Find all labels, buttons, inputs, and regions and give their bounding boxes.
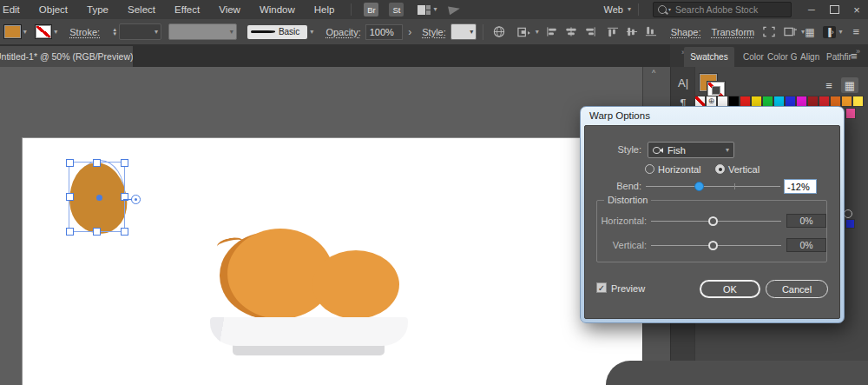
list-view-icon[interactable]: ≡ — [821, 78, 837, 92]
warp-style-dropdown[interactable]: Fish ▾ — [648, 142, 734, 158]
plate-shape[interactable] — [210, 317, 408, 346]
swatch-blue-clipped[interactable] — [845, 219, 855, 229]
style-field-label: Style: — [585, 144, 641, 155]
rotate-widget-handle[interactable] — [131, 195, 141, 204]
align-right-icon[interactable] — [584, 26, 596, 37]
selection-handle[interactable] — [121, 159, 128, 167]
bend-slider-zero-tick — [734, 183, 735, 189]
selection-handle[interactable] — [93, 159, 101, 167]
document-tab[interactable]: Untitled-1* @ 50% (RGB/Preview) × — [0, 46, 133, 67]
bend-slider-thumb[interactable] — [694, 182, 704, 191]
minimize-button[interactable]: ─ — [802, 3, 821, 17]
preview-checkbox[interactable]: ✓ — [596, 282, 607, 293]
stroke-weight-dropdown[interactable]: ▾ — [119, 23, 161, 40]
floating-panel-corner — [606, 361, 868, 385]
distortion-vertical-value[interactable]: 0% — [786, 238, 826, 252]
brushes-button[interactable]: Br — [364, 3, 378, 17]
menu-edit[interactable]: Edit — [0, 4, 30, 15]
menu-object[interactable]: Object — [30, 4, 77, 15]
app-grid-icon[interactable]: ▦ — [805, 26, 814, 38]
chevron-down-icon[interactable]: ▾ — [310, 29, 313, 36]
tab-align[interactable]: Align — [800, 47, 824, 67]
shape-label[interactable]: Shape: — [671, 27, 701, 37]
brush-definition-dropdown[interactable]: Basic — [247, 25, 307, 39]
artboard-tools-icon[interactable] — [784, 26, 798, 37]
document-layout-icon[interactable] — [418, 5, 431, 15]
menu-type[interactable]: Type — [77, 4, 118, 15]
menu-help[interactable]: Help — [305, 4, 345, 15]
chevron-down-icon[interactable]: ▾ — [838, 29, 842, 36]
share-icon[interactable] — [449, 4, 462, 15]
search-input[interactable] — [674, 3, 777, 16]
align-left-icon[interactable] — [546, 26, 558, 37]
align-center-vertical-icon[interactable] — [626, 26, 638, 37]
docked-panel-icon[interactable]: ▐› — [823, 26, 836, 38]
bend-label: Bend: — [585, 181, 641, 191]
scroll-up-icon[interactable]: ^ — [652, 69, 655, 77]
dialog-title[interactable]: Warp Options — [589, 110, 650, 121]
radio-horizontal-label[interactable]: Horizontal — [658, 164, 701, 175]
panel-menu-icon[interactable]: ≡ — [852, 25, 859, 38]
menu-window[interactable]: Window — [250, 4, 305, 15]
bread-right-lobe[interactable] — [312, 250, 399, 319]
opacity-expand-arrow[interactable]: › — [408, 26, 411, 38]
cancel-button[interactable]: Cancel — [766, 280, 828, 298]
selection-handle[interactable] — [121, 228, 128, 236]
opacity-value[interactable]: 100% — [365, 24, 404, 40]
stroke-weight-stepper[interactable]: ▲▼ — [112, 28, 117, 37]
restore-button[interactable] — [825, 3, 844, 17]
chevron-down-icon[interactable]: ▾ — [536, 29, 539, 36]
stroke-swatch[interactable] — [35, 24, 53, 39]
panel-menu-icon[interactable]: ≡ — [851, 50, 858, 63]
distortion-vertical-thumb[interactable] — [708, 241, 718, 250]
chevron-down-icon[interactable]: ▾ — [54, 29, 57, 36]
chevron-down-icon[interactable]: ▾ — [433, 6, 437, 13]
align-bottom-icon[interactable] — [645, 26, 657, 37]
tab-color[interactable]: Color — [743, 47, 767, 67]
swatch-bright-yellow[interactable] — [852, 96, 864, 107]
menu-effect[interactable]: Effect — [165, 4, 209, 15]
bend-slider-track[interactable] — [646, 186, 780, 187]
selection-handle[interactable] — [93, 228, 101, 236]
preview-label[interactable]: Preview — [611, 283, 645, 294]
ok-button[interactable]: OK — [700, 280, 760, 298]
warp-options-dialog: Warp Options Style: Fish ▾ Horizontal Ve… — [580, 106, 845, 323]
tab-color-guide[interactable]: Color Guide — [767, 47, 797, 67]
style-dropdown[interactable]: ▾ — [450, 23, 477, 40]
radio-vertical-label[interactable]: Vertical — [728, 164, 760, 175]
radio-vertical[interactable] — [715, 164, 725, 174]
selection-handle[interactable] — [66, 228, 74, 236]
align-center-horizontal-icon[interactable] — [565, 26, 577, 37]
isolate-selection-icon[interactable] — [517, 26, 532, 38]
distortion-horizontal-value[interactable]: 0% — [786, 214, 826, 228]
stock-search[interactable]: ▾ — [653, 2, 792, 17]
swatch-pink-clipped[interactable] — [845, 108, 856, 119]
radio-horizontal[interactable] — [645, 164, 654, 174]
document-setup-icon[interactable] — [493, 25, 505, 38]
style-label[interactable]: Style: — [422, 27, 446, 37]
swatch-light-orange[interactable] — [841, 96, 852, 107]
close-button[interactable]: × — [847, 3, 866, 17]
character-panel-icon[interactable]: A| — [671, 76, 695, 90]
bend-value-input[interactable]: -12% — [784, 179, 817, 194]
grid-view-icon[interactable]: ▦ — [841, 77, 858, 93]
free-transform-icon[interactable] — [763, 26, 775, 37]
transform-label[interactable]: Transform — [712, 27, 755, 37]
workspace-switcher[interactable]: Web ▾ — [604, 4, 631, 15]
fill-swatch[interactable] — [3, 24, 22, 39]
chevron-down-icon[interactable]: ▾ — [23, 29, 27, 36]
variable-width-profile-dropdown[interactable]: ▾ — [168, 23, 237, 40]
menu-view[interactable]: View — [209, 4, 250, 15]
stroke-label[interactable]: Stroke: — [69, 27, 100, 37]
color-group-icon[interactable] — [844, 209, 852, 218]
menu-select[interactable]: Select — [118, 4, 165, 15]
distortion-horizontal-thumb[interactable] — [708, 216, 718, 226]
selection-handle[interactable] — [66, 159, 74, 167]
tab-swatches[interactable]: Swatches — [684, 47, 734, 67]
selection-handle[interactable] — [66, 193, 74, 201]
tab-pathfinder[interactable]: Pathfinder — [826, 47, 852, 67]
graphic-styles-button[interactable]: St — [389, 3, 404, 17]
selection-center-point[interactable] — [96, 195, 102, 201]
opacity-label[interactable]: Opacity: — [326, 27, 360, 37]
align-top-icon[interactable] — [607, 26, 619, 37]
